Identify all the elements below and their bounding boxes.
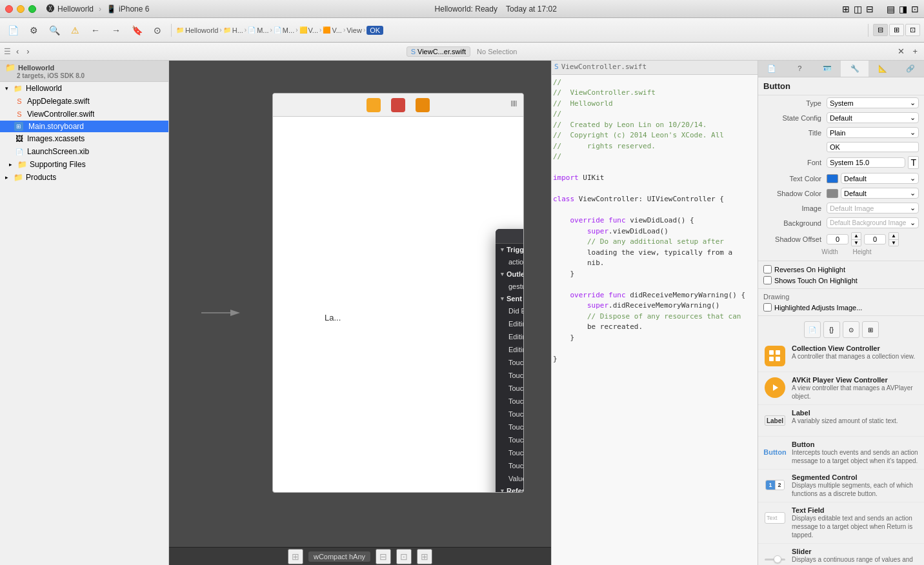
shadow-color-dropdown[interactable]: Default ⌄ — [841, 188, 919, 199]
rp-tab-connections[interactable]: 🔗 — [896, 61, 924, 77]
back-nav-button[interactable]: ← — [86, 21, 105, 39]
rp-tab-attributes[interactable]: 🔧 — [841, 61, 869, 77]
breadcrumb-h[interactable]: 📁 H... — [223, 26, 243, 34]
shadow-offset-width-down[interactable]: ▼ — [852, 239, 861, 246]
sidebar-item-images-xcassets[interactable]: 🖼 Images.xcassets — [0, 132, 168, 145]
sidebar-item-products[interactable]: ▸ 📁 Products — [0, 171, 168, 184]
file-path-badge[interactable]: S ViewC...er.swift — [407, 46, 470, 57]
cm-referencing-outlets-header[interactable]: ▾ Referencing Outlets — [496, 485, 524, 493]
breadcrumb-m2[interactable]: 📄 M... — [274, 26, 294, 34]
title-text-input[interactable] — [827, 142, 919, 152]
rp-tab-identity[interactable]: 🪪 — [814, 61, 841, 77]
cm-touch-up-inside[interactable]: Touch Up Inside — [496, 446, 524, 459]
panel-toggle-2[interactable]: ◨ — [899, 4, 907, 14]
cm-editing-changed[interactable]: Editing Changed — [496, 317, 524, 330]
editor-version-button[interactable]: ⊡ — [905, 24, 920, 36]
sidebar-toggle-button[interactable]: ⚙ — [25, 21, 43, 39]
cm-touch-down-repeat[interactable]: Touch Down Repeat — [496, 382, 524, 395]
text-color-dropdown[interactable]: Default ⌄ — [841, 173, 919, 184]
view-toggle-3[interactable]: ⊟ — [866, 4, 874, 14]
editor-standard-button[interactable]: ⊟ — [873, 24, 888, 36]
close-button[interactable] — [5, 5, 13, 13]
cm-touch-drag-inside[interactable]: Touch Drag Inside — [496, 421, 524, 433]
background-dropdown[interactable]: Default Background Image ⌄ — [827, 217, 919, 228]
maximize-button[interactable] — [28, 5, 36, 13]
shows-touch-checkbox[interactable] — [763, 276, 772, 284]
state-dropdown[interactable]: Default ⌄ — [827, 112, 919, 123]
cm-triggered-segues-header[interactable]: ▾ Triggered Segues — [496, 244, 524, 255]
reverses-highlight-checkbox[interactable] — [763, 265, 772, 273]
canvas-layout-button[interactable]: ⊞ — [288, 549, 303, 564]
breadcrumb-view[interactable]: View — [346, 26, 362, 34]
shadow-color-swatch[interactable] — [827, 189, 838, 198]
cm-outlet-collections-header[interactable]: ▾ Outlet Collections — [496, 268, 524, 280]
rp-tab-quickhelp[interactable]: ? — [786, 61, 814, 77]
cm-touch-drag-outside[interactable]: Touch Drag Outside — [496, 433, 524, 446]
sidebar-item-supporting-files[interactable]: ▸ 📁 Supporting Files — [0, 158, 168, 171]
disclosure-icon-3[interactable]: ▸ — [5, 174, 12, 181]
close-editor-button[interactable]: ✕ — [895, 45, 907, 57]
warning-button[interactable]: ⚠ — [66, 21, 84, 39]
shadow-offset-height-input[interactable] — [864, 234, 886, 244]
text-color-swatch[interactable] — [827, 174, 838, 183]
icon-btn-1[interactable]: 📄 — [804, 321, 821, 338]
cm-touch-up-outside[interactable]: Touch Up Outside — [496, 459, 524, 472]
canvas-size2-button[interactable]: ⊡ — [396, 549, 412, 564]
canvas-size3-button[interactable]: ⊞ — [417, 549, 432, 564]
share-button[interactable]: ⊙ — [148, 21, 166, 39]
device-selector[interactable]: 📱 iPhone 6 — [106, 5, 149, 14]
bookmark-button[interactable]: 🔖 — [128, 21, 146, 39]
image-dropdown[interactable]: Default Image ⌄ — [827, 203, 919, 213]
minimize-button[interactable] — [17, 5, 25, 13]
nav-forward-button[interactable]: › — [24, 45, 32, 57]
sidebar-item-appdelegate[interactable]: S AppDelegate.swift — [0, 95, 168, 108]
cm-value-changed[interactable]: Value Changed — [496, 472, 524, 485]
highlighted-adjusts-checkbox[interactable] — [763, 303, 772, 312]
cm-did-end-on-exit[interactable]: Did End On Exit — [496, 304, 524, 317]
add-editor-button[interactable]: + — [910, 45, 920, 57]
cm-touch-down[interactable]: Touch Down — [496, 369, 524, 382]
cm-gesture-recognizers-item[interactable]: gestureRecognizers — [496, 280, 524, 293]
font-t-icon[interactable]: T — [908, 156, 919, 169]
type-dropdown[interactable]: System ⌄ — [827, 97, 919, 108]
breadcrumb-ok[interactable]: OK — [367, 26, 383, 35]
icon-btn-2[interactable]: {} — [823, 321, 840, 338]
search-button[interactable]: 🔍 — [45, 21, 63, 39]
shadow-offset-height-stepper[interactable]: ▲ ▼ — [889, 232, 899, 246]
canvas-size1-button[interactable]: ⊟ — [376, 549, 391, 564]
font-dropdown[interactable]: System 15.0 — [827, 157, 905, 168]
view-toggle-1[interactable]: ⊞ — [842, 4, 850, 14]
forward-nav-button[interactable]: → — [107, 21, 125, 39]
shadow-offset-width-stepper[interactable]: ▲ ▼ — [851, 232, 861, 246]
cm-touch-drag-enter[interactable]: Touch Drag Enter — [496, 395, 524, 408]
title-dropdown[interactable]: Plain ⌄ — [827, 127, 919, 138]
disclosure-icon-2[interactable]: ▸ — [9, 161, 15, 168]
sidebar-item-launchscreen[interactable]: 📄 LaunchScreen.xib — [0, 145, 168, 158]
icon-btn-3[interactable]: ⊙ — [843, 321, 859, 338]
panel-toggle-1[interactable]: ▤ — [887, 4, 895, 14]
sidebar-item-viewcontroller[interactable]: S ViewController.swift — [0, 108, 168, 121]
panel-toggle-3[interactable]: ⊡ — [911, 4, 919, 14]
cm-touch-cancel[interactable]: Touch Cancel — [496, 356, 524, 369]
editor-assistant-button[interactable]: ⊞ — [889, 24, 904, 36]
breadcrumb-helloworld[interactable]: 📁 Helloworld — [176, 26, 218, 34]
shadow-offset-height-down[interactable]: ▼ — [889, 239, 898, 246]
breadcrumb-v1[interactable]: 🟨 V... — [299, 26, 319, 34]
rp-tab-size[interactable]: 📐 — [869, 61, 896, 77]
cm-editing-did-begin[interactable]: Editing Did Begin — [496, 330, 524, 343]
shadow-offset-height-up[interactable]: ▲ — [889, 233, 898, 239]
breadcrumb-v2[interactable]: 🟧 V... — [323, 26, 342, 34]
view-toggle-2[interactable]: ◫ — [854, 4, 862, 14]
breadcrumb-m1[interactable]: 📄 M... — [248, 26, 268, 34]
disclosure-icon[interactable]: ▾ — [5, 85, 12, 92]
shadow-offset-width-input[interactable] — [827, 234, 849, 244]
cm-action-item[interactable]: action — [496, 255, 524, 268]
shadow-offset-width-up[interactable]: ▲ — [852, 233, 861, 239]
cm-editing-did-end[interactable]: Editing Did End — [496, 343, 524, 356]
icon-btn-4[interactable]: ⊞ — [862, 321, 879, 338]
rp-tab-file[interactable]: 📄 — [758, 61, 786, 77]
sidebar-item-helloworld-group[interactable]: ▾ 📁 Helloworld — [0, 82, 168, 95]
sidebar-item-main-storyboard[interactable]: ⊞ Main.storyboard — [0, 121, 168, 132]
nav-back-button[interactable]: ‹ — [14, 45, 21, 57]
cm-touch-drag-exit[interactable]: Touch Drag Exit — [496, 408, 524, 421]
